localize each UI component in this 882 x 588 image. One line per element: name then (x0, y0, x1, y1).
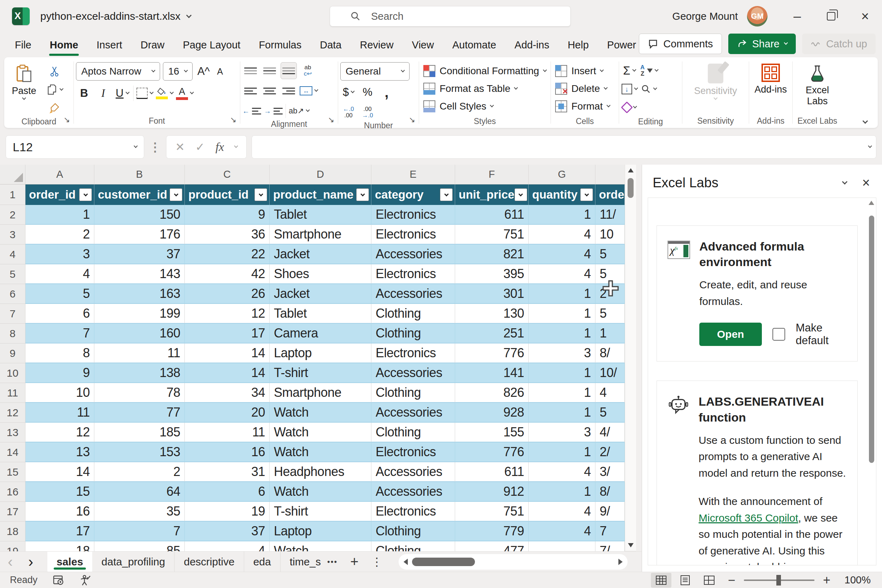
cell[interactable]: 4 (529, 502, 596, 522)
sort-filter-button[interactable]: AZ (640, 62, 658, 79)
cut-button[interactable] (45, 64, 64, 79)
align-middle-button[interactable] (261, 62, 278, 79)
cell[interactable]: Shoes (270, 264, 371, 284)
cell[interactable]: 301 (455, 284, 529, 304)
add-sheet-button[interactable]: + (344, 554, 364, 570)
ribbon-tab-home[interactable]: Home (40, 33, 88, 57)
filter-button[interactable] (514, 188, 527, 201)
collapse-ribbon-button[interactable] (862, 118, 868, 124)
cell[interactable]: 826 (455, 383, 529, 403)
task-pane-collapse-chevron[interactable] (842, 179, 848, 185)
cell[interactable]: T-shirt (270, 502, 371, 522)
excel-labs-button[interactable]: Excel Labs (798, 62, 837, 107)
cell[interactable]: 77 (94, 403, 185, 423)
column-letter[interactable]: D (270, 165, 371, 184)
column-letter[interactable]: F (455, 165, 529, 184)
ribbon-tab-help[interactable]: Help (558, 33, 598, 57)
sheet-nav-next[interactable]: › (21, 554, 41, 569)
cell[interactable]: 1 (529, 482, 596, 502)
add-ins-button[interactable]: Add-ins (753, 62, 788, 95)
cell[interactable]: Accessories (371, 244, 455, 264)
copilot-link[interactable]: Microsoft 365 Copilot (699, 512, 798, 524)
autosum-button[interactable]: Σ (621, 62, 638, 79)
align-right-button[interactable] (280, 82, 297, 99)
cell[interactable]: 14 (185, 344, 270, 363)
cell[interactable]: Jacket (270, 284, 371, 304)
filter-button[interactable] (79, 188, 92, 201)
search-box[interactable]: Search (330, 6, 571, 27)
ribbon-tab-file[interactable]: File (6, 33, 40, 57)
number-format-combo[interactable]: General (340, 62, 410, 81)
row-number[interactable]: 4 (0, 244, 26, 264)
comments-button[interactable]: Comments (639, 34, 722, 54)
cell[interactable]: Electronics (371, 264, 455, 284)
cell[interactable]: 611 (455, 462, 529, 482)
cell[interactable]: 2 (94, 462, 185, 482)
alignment-dialog-launcher[interactable]: ↘ (328, 115, 334, 124)
row-number[interactable]: 7 (0, 304, 26, 324)
share-button[interactable]: Share (728, 34, 796, 54)
cell[interactable]: 7 (596, 522, 625, 542)
user-name[interactable]: George Mount (672, 10, 738, 22)
font-name-combo[interactable]: Aptos Narrow (76, 62, 160, 81)
cell[interactable]: 37 (185, 522, 270, 542)
sheet-tab-sales[interactable]: sales (47, 552, 92, 572)
row-number[interactable]: 18 (0, 522, 26, 542)
cell[interactable]: 16 (26, 502, 94, 522)
cell[interactable]: 9/ (596, 502, 625, 522)
cell[interactable]: Clothing (371, 304, 455, 324)
increase-font-button[interactable]: A^ (195, 63, 212, 80)
cell[interactable]: 20 (185, 403, 270, 423)
cell[interactable]: 9 (26, 363, 94, 383)
align-bottom-button[interactable] (280, 62, 297, 79)
increase-decimal-button[interactable]: ←.0.00 (340, 104, 357, 121)
format-painter-button[interactable] (45, 100, 64, 116)
cell[interactable]: 912 (455, 482, 529, 502)
column-letter[interactable]: A (26, 165, 94, 184)
row-number[interactable]: 16 (0, 482, 26, 502)
copy-button[interactable] (45, 82, 64, 98)
cell[interactable]: 1 (529, 363, 596, 383)
cell[interactable] (529, 542, 596, 551)
scroll-thumb[interactable] (628, 178, 634, 198)
minimize-button[interactable]: – (780, 0, 814, 33)
cell[interactable]: 751 (455, 225, 529, 244)
cell[interactable]: 14 (26, 462, 94, 482)
cell[interactable]: 185 (94, 423, 185, 442)
row-number[interactable]: 12 (0, 403, 26, 423)
row-number[interactable]: 11 (0, 383, 26, 403)
pane-scrollbar[interactable] (867, 200, 874, 563)
column-letter-partial[interactable] (596, 165, 625, 184)
cell[interactable]: Watch (270, 442, 371, 462)
ribbon-tab-view[interactable]: View (403, 33, 443, 57)
cell[interactable]: 141 (455, 363, 529, 383)
column-header-cell[interactable]: quantity (529, 184, 596, 205)
cell[interactable]: 199 (94, 304, 185, 324)
cell[interactable]: 1 (529, 383, 596, 403)
formula-input[interactable] (252, 135, 876, 159)
sensitivity-button[interactable]: Sensitivity (687, 62, 744, 99)
cell[interactable]: 6 (185, 482, 270, 502)
cell[interactable]: 251 (455, 324, 529, 344)
conditional-formatting-button[interactable]: Conditional Formatting (421, 62, 548, 80)
cell[interactable]: 751 (455, 502, 529, 522)
cell[interactable]: 9 (185, 205, 270, 225)
cell[interactable]: 153 (94, 442, 185, 462)
cell[interactable]: 8/ (596, 344, 625, 363)
sheet-nav-prev[interactable]: ‹ (0, 554, 21, 569)
hscroll-right-button[interactable] (618, 559, 622, 565)
catch-up-button[interactable]: Catch up (802, 34, 876, 54)
paste-button[interactable]: Paste (6, 62, 42, 99)
cell[interactable]: 611 (455, 205, 529, 225)
ribbon-tab-data[interactable]: Data (310, 33, 351, 57)
close-button[interactable]: × (848, 0, 882, 33)
scroll-up-button[interactable] (628, 168, 634, 172)
cell[interactable]: 155 (455, 423, 529, 442)
cell[interactable]: Electronics (371, 225, 455, 244)
cell[interactable]: Accessories (371, 403, 455, 423)
cell[interactable]: 15 (26, 482, 94, 502)
cell[interactable]: Watch (270, 482, 371, 502)
wrap-text-button[interactable]: abc↩ (300, 62, 316, 79)
column-header-cell[interactable]: unit_price (455, 184, 529, 205)
filter-button[interactable] (170, 188, 182, 201)
